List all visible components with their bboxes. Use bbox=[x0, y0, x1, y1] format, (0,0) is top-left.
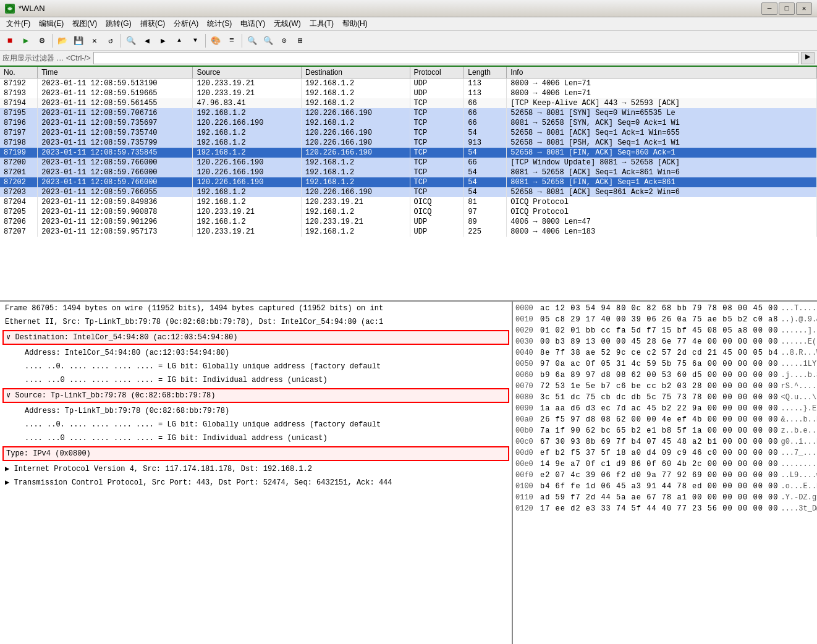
find-btn[interactable]: 🔍 bbox=[124, 33, 138, 48]
detail-lines: Frame 86705: 1494 bytes on wire (11952 b… bbox=[0, 302, 512, 489]
detail-row[interactable]: Type: IPv4 (0x0800) bbox=[2, 446, 509, 461]
menu-help[interactable]: 帮助(H) bbox=[339, 17, 371, 30]
detail-row[interactable]: Frame 86705: 1494 bytes on wire (11952 b… bbox=[0, 302, 512, 315]
hex-row: 002001 02 01 bb cc fa 5d f7 15 bf 45 08 … bbox=[515, 325, 815, 336]
filter-bar: 应用显示过滤器 … <Ctrl-/> ▶ bbox=[0, 51, 817, 67]
table-row[interactable]: 871982023-01-11 12:08:59.735799192.168.1… bbox=[0, 138, 817, 148]
close-button[interactable]: ✕ bbox=[796, 2, 812, 15]
detail-row[interactable]: Ethernet II, Src: Tp-LinkT_bb:79:78 (0c:… bbox=[0, 315, 512, 329]
zoom-100-btn[interactable]: ⊙ bbox=[277, 33, 292, 48]
packet-tbody: 871922023-01-11 12:08:59.513190120.233.1… bbox=[0, 78, 817, 237]
menu-tools[interactable]: 工具(T) bbox=[306, 17, 337, 30]
menu-bar: 文件(F) 编辑(E) 视图(V) 跳转(G) 捕获(C) 分析(A) 统计(S… bbox=[0, 17, 817, 31]
hex-row: 003000 b3 89 13 00 00 45 28 6e 77 4e 00 … bbox=[515, 336, 815, 347]
hex-row: 005097 0a ac 0f 05 31 4c 59 5b 75 6a 00 … bbox=[515, 358, 815, 370]
hex-row: 00803c 51 dc 75 cb dc db 5c 75 73 78 00 … bbox=[515, 392, 815, 403]
table-row[interactable]: 872032023-01-11 12:08:59.766055192.168.1… bbox=[0, 187, 817, 197]
filter-label: 应用显示过滤器 … <Ctrl-/> bbox=[2, 53, 91, 64]
stop-btn[interactable]: ■ bbox=[2, 33, 17, 48]
table-row[interactable]: 871962023-01-11 12:08:59.735697120.226.1… bbox=[0, 118, 817, 128]
hex-row: 0000ac 12 03 54 94 80 0c 82 68 bb 79 78 … bbox=[515, 303, 815, 314]
detail-row[interactable]: .... ..0. .... .... .... .... = LG bit: … bbox=[0, 360, 512, 373]
packet-list: No. Time Source Destination Protocol Len… bbox=[0, 67, 817, 302]
detail-row[interactable]: ▶ Internet Protocol Version 4, Src: 117.… bbox=[0, 462, 512, 476]
table-row[interactable]: 871932023-01-11 12:08:59.519665120.233.1… bbox=[0, 88, 817, 98]
table-header: No. Time Source Destination Protocol Len… bbox=[0, 67, 817, 78]
menu-phone[interactable]: 电话(Y) bbox=[237, 17, 269, 30]
hex-row: 0100b4 6f fe 1d 06 45 a3 91 44 78 ed 00 … bbox=[515, 481, 815, 492]
reload-btn[interactable]: ↺ bbox=[103, 33, 118, 48]
menu-analyze[interactable]: 分析(A) bbox=[170, 17, 202, 30]
table-row[interactable]: 871922023-01-11 12:08:59.513190120.233.1… bbox=[0, 78, 817, 89]
table-row[interactable]: 871992023-01-11 12:08:59.735845192.168.1… bbox=[0, 148, 817, 158]
filter-input[interactable] bbox=[93, 52, 798, 64]
save-btn[interactable]: 💾 bbox=[71, 33, 86, 48]
menu-view[interactable]: 视图(V) bbox=[69, 17, 101, 30]
options-btn[interactable]: ⚙ bbox=[35, 33, 49, 48]
col-info: Info bbox=[507, 67, 817, 78]
minimize-button[interactable]: ─ bbox=[761, 2, 777, 15]
zoom-in-btn[interactable]: 🔍 bbox=[245, 33, 260, 48]
detail-row[interactable]: ∨ Source: Tp-LinkT_bb:79:78 (0c:82:68:bb… bbox=[2, 388, 509, 403]
forward-btn[interactable]: ▶ bbox=[156, 33, 171, 48]
col-src: Source bbox=[193, 67, 302, 78]
prev-btn[interactable]: ▲ bbox=[172, 33, 187, 48]
packet-table: No. Time Source Destination Protocol Len… bbox=[0, 67, 817, 237]
window-controls: ─ □ ✕ bbox=[761, 2, 812, 15]
main-area: No. Time Source Destination Protocol Len… bbox=[0, 67, 817, 644]
table-row[interactable]: 871952023-01-11 12:08:59.706716192.168.1… bbox=[0, 108, 817, 118]
colorize-btn[interactable]: 🎨 bbox=[208, 33, 223, 48]
close-file-btn[interactable]: ✕ bbox=[87, 33, 102, 48]
table-row[interactable]: 871942023-01-11 12:08:59.56145547.96.83.… bbox=[0, 98, 817, 108]
toolbar: ■ ▶ ⚙ 📂 💾 ✕ ↺ 🔍 ◀ ▶ ▲ ▼ 🎨 ≡ 🔍 🔍 ⊙ ⊞ bbox=[0, 31, 817, 51]
restart-btn[interactable]: ▶ bbox=[19, 33, 33, 48]
menu-goto[interactable]: 跳转(G) bbox=[102, 17, 135, 30]
table-row[interactable]: 872062023-01-11 12:08:59.901296192.168.1… bbox=[0, 217, 817, 227]
detail-row[interactable]: Address: Tp-LinkT_bb:79:78 (0c:82:68:bb:… bbox=[0, 404, 512, 418]
maximize-button[interactable]: □ bbox=[779, 2, 795, 15]
hex-row: 00901a aa d6 d3 ec 7d ac 45 b2 22 9a 00 … bbox=[515, 403, 815, 414]
menu-stats[interactable]: 统计(S) bbox=[203, 17, 235, 30]
hex-row: 00c067 30 93 8b 69 7f b4 07 45 48 a2 b1 … bbox=[515, 436, 815, 447]
title-bar-left: *WLAN bbox=[5, 4, 45, 14]
menu-file[interactable]: 文件(F) bbox=[2, 17, 34, 30]
window-title: *WLAN bbox=[19, 4, 45, 13]
hex-row: 00b07a 1f 90 62 bc 65 b2 e1 b8 5f 1a 00 … bbox=[515, 425, 815, 436]
app-icon bbox=[5, 4, 15, 14]
hex-row: 00e014 9e a7 0f c1 d9 86 0f 60 4b 2c 00 … bbox=[515, 459, 815, 470]
col-time: Time bbox=[38, 67, 193, 78]
title-bar: *WLAN ─ □ ✕ bbox=[0, 0, 817, 17]
hex-panel: 0000ac 12 03 54 94 80 0c 82 68 bb 79 78 … bbox=[513, 302, 817, 644]
menu-edit[interactable]: 编辑(E) bbox=[35, 17, 67, 30]
table-row[interactable]: 872022023-01-11 12:08:59.766000120.226.1… bbox=[0, 177, 817, 187]
menu-capture[interactable]: 捕获(C) bbox=[137, 17, 169, 30]
autoscroll-btn[interactable]: ≡ bbox=[224, 33, 239, 48]
table-row[interactable]: 872002023-01-11 12:08:59.766000120.226.1… bbox=[0, 158, 817, 167]
detail-row[interactable]: ▶ Transmission Control Protocol, Src Por… bbox=[0, 476, 512, 489]
zoom-out-btn[interactable]: 🔍 bbox=[261, 33, 276, 48]
detail-row[interactable]: ∨ Destination: IntelCor_54:94:80 (ac:12:… bbox=[2, 330, 509, 345]
menu-wireless[interactable]: 无线(W) bbox=[270, 17, 304, 30]
back-btn[interactable]: ◀ bbox=[140, 33, 155, 48]
detail-row[interactable]: .... ...0 .... .... .... .... = IG bit: … bbox=[0, 431, 512, 445]
hex-row: 012017 ee d2 e3 33 74 5f 44 40 77 23 56 … bbox=[515, 503, 815, 514]
table-row[interactable]: 872072023-01-11 12:08:59.957173120.233.1… bbox=[0, 227, 817, 237]
table-row[interactable]: 872012023-01-11 12:08:59.766000120.226.1… bbox=[0, 167, 817, 177]
detail-row[interactable]: .... ...0 .... .... .... .... = IG bit: … bbox=[0, 373, 512, 387]
sep3 bbox=[205, 34, 206, 48]
next-btn[interactable]: ▼ bbox=[188, 33, 203, 48]
hex-row: 0060b9 6a 89 97 d8 08 62 00 53 60 d5 00 … bbox=[515, 370, 815, 381]
col-dst: Destination bbox=[302, 67, 410, 78]
zoom-fit-btn[interactable]: ⊞ bbox=[293, 33, 308, 48]
filter-apply-btn[interactable]: ▶ bbox=[801, 52, 815, 64]
open-btn[interactable]: 📂 bbox=[55, 33, 70, 48]
detail-row[interactable]: .... ..0. .... .... .... .... = LG bit: … bbox=[0, 418, 512, 431]
hex-row: 00d0ef b2 f5 37 5f 18 a0 d4 09 c9 46 c0 … bbox=[515, 447, 815, 459]
table-row[interactable]: 871972023-01-11 12:08:59.735740192.168.1… bbox=[0, 128, 817, 138]
col-no: No. bbox=[0, 67, 38, 78]
col-proto: Protocol bbox=[410, 67, 464, 78]
detail-row[interactable]: Address: IntelCor_54:94:80 (ac:12:03:54:… bbox=[0, 346, 512, 360]
table-row[interactable]: 872052023-01-11 12:08:59.900878120.233.1… bbox=[0, 207, 817, 217]
sep1 bbox=[52, 34, 53, 48]
table-row[interactable]: 872042023-01-11 12:08:59.849836192.168.1… bbox=[0, 197, 817, 207]
